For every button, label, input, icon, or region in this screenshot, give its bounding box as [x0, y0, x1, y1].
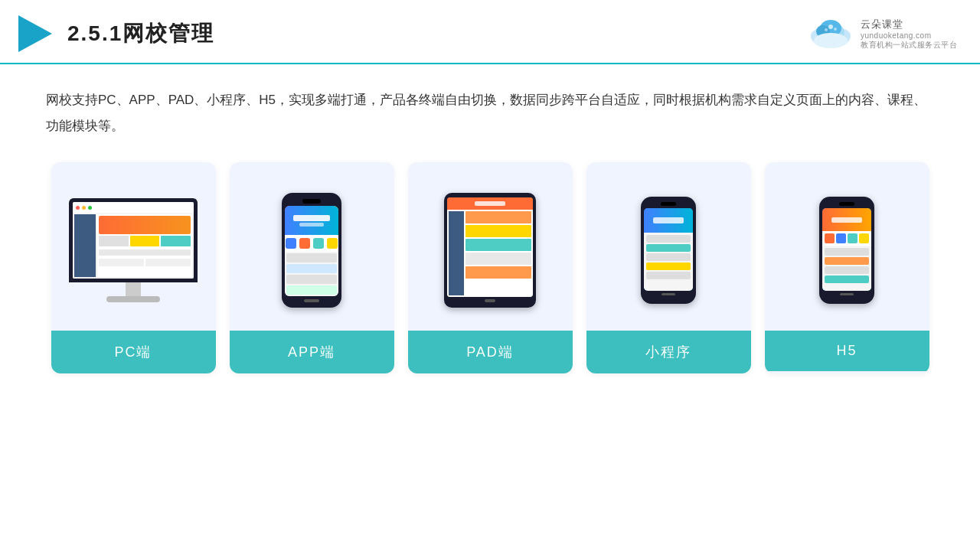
main-content: 网校支持PC、APP、PAD、小程序、H5，实现多端打通，产品各终端自由切换，数… [0, 64, 980, 389]
play-icon [15, 14, 55, 54]
miniapp-mockup [641, 197, 696, 304]
card-pc-label: PC端 [51, 331, 216, 373]
card-pad-image [408, 162, 573, 331]
cloud-logo-icon [806, 18, 856, 50]
svg-point-11 [814, 33, 848, 48]
svg-marker-0 [18, 15, 52, 52]
card-miniapp-label: 小程序 [586, 331, 751, 373]
card-pc-image [51, 162, 216, 331]
device-cards: PC端 [46, 162, 934, 373]
card-pad-label: PAD端 [408, 331, 573, 373]
logo-text: 云朵课堂 yunduoketang.com 教育机构一站式服务云平台 [861, 18, 957, 51]
card-h5-label: H5 [765, 331, 929, 371]
logo-name: 云朵课堂 [861, 18, 903, 31]
card-miniapp: 小程序 [586, 162, 751, 373]
page-title: 2.5.1网校管理 [67, 19, 214, 48]
card-pc: PC端 [51, 162, 216, 373]
pad-mockup [444, 193, 536, 308]
svg-point-8 [828, 24, 833, 29]
h5-mockup [819, 197, 874, 304]
svg-point-10 [834, 28, 837, 31]
logo-domain: yunduoketang.com [861, 31, 932, 40]
logo-area: 云朵课堂 yunduoketang.com 教育机构一站式服务云平台 [806, 18, 957, 51]
description-text: 网校支持PC、APP、PAD、小程序、H5，实现多端打通，产品各终端自由切换，数… [46, 87, 934, 139]
card-pad: PAD端 [408, 162, 573, 373]
app-mockup [282, 193, 341, 308]
pc-mockup [69, 198, 198, 302]
header: 2.5.1网校管理 云朵课堂 yunduoketang.com [0, 0, 980, 64]
header-left: 2.5.1网校管理 [15, 14, 214, 54]
logo-tagline: 教育机构一站式服务云平台 [861, 40, 957, 51]
card-app-label: APP端 [230, 331, 394, 373]
card-miniapp-image [586, 162, 751, 331]
card-h5-image [765, 162, 929, 331]
card-app-image [230, 162, 394, 331]
card-h5: H5 [765, 162, 929, 373]
card-app: APP端 [230, 162, 394, 373]
svg-point-9 [825, 28, 828, 31]
